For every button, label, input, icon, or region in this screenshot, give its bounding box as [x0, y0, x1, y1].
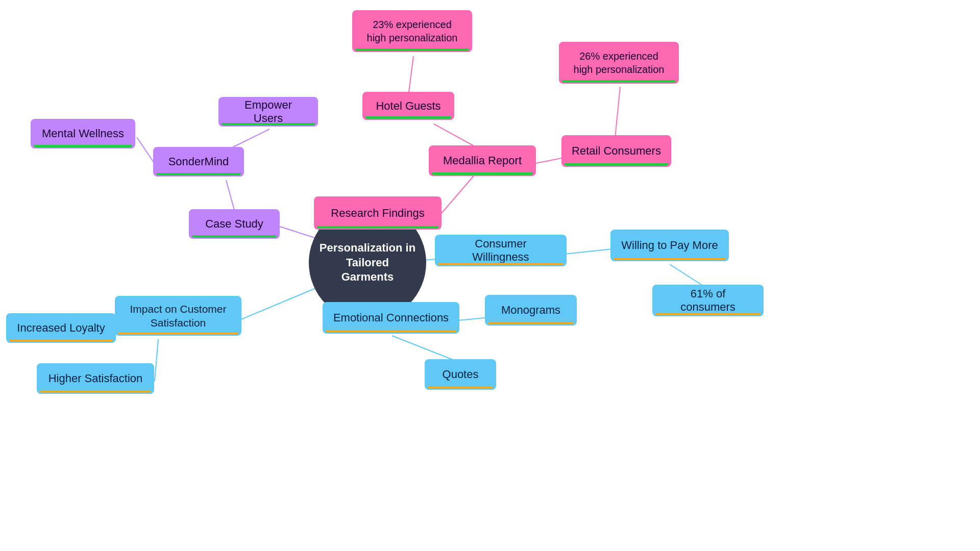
willing-to-pay-node[interactable]: Willing to Pay More: [610, 230, 729, 261]
medallia-report-node[interactable]: Medallia Report: [429, 145, 536, 176]
mental-wellness-node[interactable]: Mental Wellness: [31, 119, 135, 148]
sondermind-node[interactable]: SonderMind: [153, 147, 244, 177]
hotel-guests-node[interactable]: Hotel Guests: [362, 92, 454, 120]
impact-satisfaction-node[interactable]: Impact on Customer Satisfaction: [115, 296, 241, 336]
svg-line-10: [226, 180, 235, 212]
sixty-one-percent-node: 61% of consumers: [652, 285, 764, 316]
consumer-willingness-node[interactable]: Consumer Willingness: [435, 235, 567, 266]
emotional-connections-node[interactable]: Emotional Connections: [323, 302, 459, 334]
svg-line-14: [155, 339, 158, 381]
retail-consumers-node[interactable]: Retail Consumers: [561, 135, 671, 167]
svg-line-7: [408, 56, 413, 96]
svg-line-18: [392, 336, 459, 362]
hotel-stat-node: 23% experienced high personalization: [352, 10, 472, 52]
svg-line-2: [240, 286, 322, 320]
retail-stat-node: 26% experienced high personalization: [559, 42, 679, 84]
higher-satisfaction-node[interactable]: Higher Satisfaction: [37, 363, 154, 394]
case-study-node[interactable]: Case Study: [189, 209, 280, 239]
increased-loyalty-node[interactable]: Increased Loyalty: [6, 313, 116, 343]
monograms-node[interactable]: Monograms: [485, 295, 577, 325]
quotes-node[interactable]: Quotes: [425, 359, 496, 390]
empower-users-node[interactable]: Empower Users: [218, 97, 318, 127]
svg-line-9: [615, 87, 620, 138]
svg-line-15: [564, 249, 612, 254]
research-findings-node[interactable]: Research Findings: [314, 196, 442, 230]
